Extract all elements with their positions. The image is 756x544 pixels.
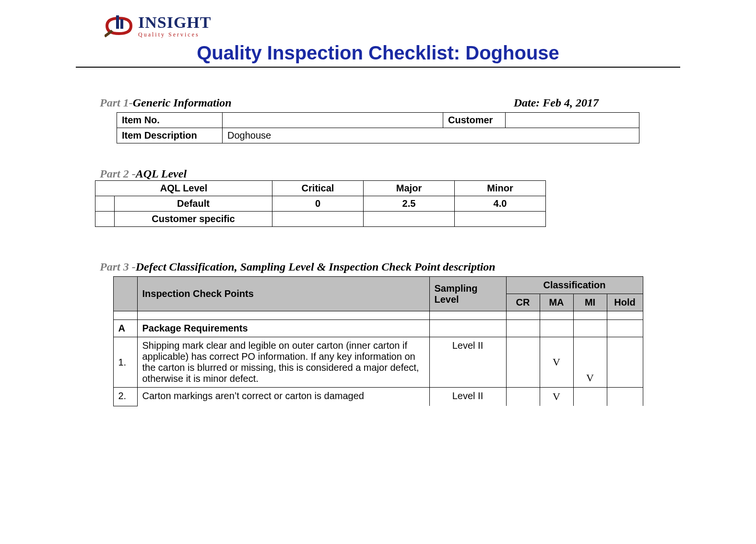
aql-customer-major	[364, 212, 455, 227]
table-row: Default 0 2.5 4.0	[95, 196, 546, 212]
row-ma: V	[540, 388, 573, 406]
table-row: AQL Level Critical Major Minor	[95, 181, 546, 196]
part3-title: Defect Classification, Sampling Level & …	[136, 260, 496, 273]
row-num: 1.	[113, 337, 137, 388]
row-hold	[607, 337, 643, 388]
col-cr: CR	[506, 294, 540, 311]
row-num: 2.	[113, 388, 137, 406]
col-mi: MI	[573, 294, 607, 311]
col-blank	[113, 277, 137, 311]
aql-row-pad	[95, 196, 115, 212]
row-sampling: Level II	[429, 337, 506, 388]
logo-word: INSIGHT	[138, 14, 212, 31]
row-mi: V	[573, 337, 607, 388]
spacer-row	[113, 311, 643, 320]
col-checkpoints: Inspection Check Points	[137, 277, 429, 311]
logo: INSIGHT Quality Services	[76, 14, 680, 37]
row-cr	[506, 337, 540, 388]
table-header-row: Inspection Check Points Sampling Level C…	[113, 277, 643, 294]
part2-heading: Part 2 -AQL Level	[100, 167, 680, 180]
row-cr	[506, 388, 540, 406]
table-row: 1. Shipping mark clear and legible on ou…	[113, 337, 643, 388]
aql-header-major: Major	[364, 181, 455, 196]
page-title: Quality Inspection Checklist: Doghouse	[76, 42, 680, 64]
aql-customer-minor	[455, 212, 546, 227]
date-prefix: Date:	[514, 96, 543, 109]
section-id: A	[113, 320, 137, 337]
aql-header-level: AQL Level	[95, 181, 272, 196]
table-row: Item No. Customer	[117, 113, 639, 128]
customer-label: Customer	[443, 113, 506, 128]
item-no-value	[223, 113, 443, 128]
row-desc: Carton markings aren’t correct or carton…	[137, 388, 429, 406]
aql-default-minor: 4.0	[455, 196, 546, 212]
aql-header-minor: Minor	[455, 181, 546, 196]
item-desc-label: Item Description	[117, 128, 223, 143]
svg-rect-1	[120, 19, 123, 29]
customer-value	[506, 113, 639, 128]
col-hold: Hold	[607, 294, 643, 311]
svg-rect-0	[116, 15, 119, 29]
aql-row-default-label: Default	[115, 196, 272, 212]
table-row: Item Description Doghouse	[117, 128, 639, 143]
part2-title: AQL Level	[136, 167, 187, 180]
row-desc: Shipping mark clear and legible on outer…	[137, 337, 429, 388]
section-title: Package Requirements	[137, 320, 429, 337]
row-sampling: Level II	[429, 388, 506, 406]
aql-row-customer-label: Customer specific	[115, 212, 272, 227]
part3-prefix: Part 3 -	[100, 260, 136, 273]
table-row: 2. Carton markings aren’t correct or car…	[113, 388, 643, 406]
aql-table: AQL Level Critical Major Minor Default 0…	[95, 180, 546, 227]
row-ma: V	[540, 337, 573, 388]
aql-default-critical: 0	[272, 196, 364, 212]
item-no-label: Item No.	[117, 113, 223, 128]
aql-row-pad	[95, 212, 115, 227]
table-row: Customer specific	[95, 212, 546, 227]
col-classification: Classification	[506, 277, 643, 294]
logo-icon	[105, 14, 133, 37]
part3-heading: Part 3 -Defect Classification, Sampling …	[100, 260, 680, 273]
date-value: Feb 4, 2017	[543, 96, 599, 109]
generic-info-table: Item No. Customer Item Description Dogho…	[117, 112, 639, 143]
logo-sub: Quality Services	[138, 32, 212, 37]
part1-heading: Part 1-Generic Information	[100, 96, 232, 109]
section-row-a: A Package Requirements	[113, 320, 643, 337]
part1-title: Generic Information	[133, 96, 232, 109]
col-ma: MA	[540, 294, 573, 311]
date-label: Date: Feb 4, 2017	[514, 96, 656, 109]
aql-customer-critical	[272, 212, 364, 227]
row-mi	[573, 388, 607, 406]
item-desc-value: Doghouse	[223, 128, 639, 143]
check-points-table: Inspection Check Points Sampling Level C…	[113, 276, 643, 406]
part2-prefix: Part 2 -	[100, 167, 136, 180]
part1-prefix: Part 1-	[100, 96, 133, 109]
aql-default-major: 2.5	[364, 196, 455, 212]
aql-header-critical: Critical	[272, 181, 364, 196]
col-sampling: Sampling Level	[429, 277, 506, 311]
row-hold	[607, 388, 643, 406]
